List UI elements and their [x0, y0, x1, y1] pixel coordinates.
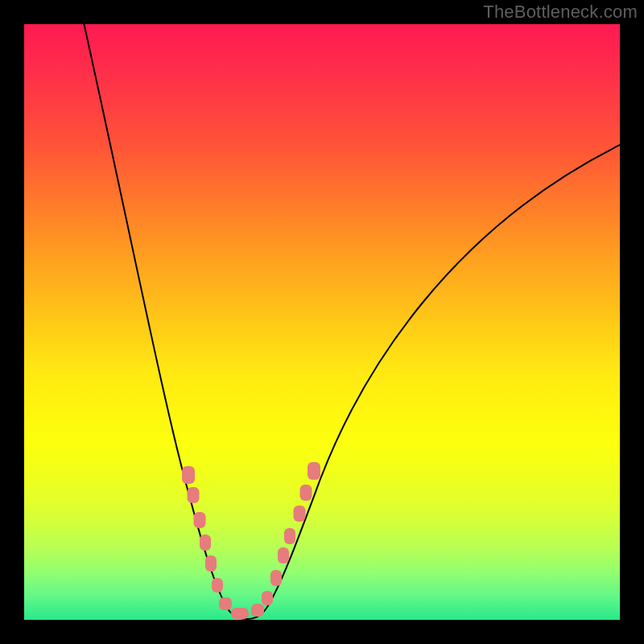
data-marker	[231, 608, 249, 619]
data-marker	[270, 570, 282, 586]
data-marker	[294, 506, 306, 522]
chart-svg	[24, 24, 620, 620]
data-marker	[194, 512, 206, 528]
data-marker	[182, 466, 195, 484]
data-marker	[251, 604, 264, 617]
data-marker	[188, 487, 200, 503]
data-marker	[262, 591, 273, 605]
data-marker	[308, 462, 320, 480]
data-marker	[200, 535, 211, 551]
data-marker	[212, 578, 223, 592]
data-marker	[219, 597, 232, 610]
bottleneck-curve	[80, 24, 620, 619]
watermark-text: TheBottleneck.com	[483, 2, 638, 23]
data-marker	[205, 555, 217, 572]
plot-area	[24, 24, 620, 620]
data-marker	[300, 485, 312, 501]
data-marker	[284, 528, 295, 544]
data-marker	[278, 547, 289, 564]
marker-group	[182, 462, 320, 619]
chart-frame: TheBottleneck.com	[0, 0, 644, 644]
